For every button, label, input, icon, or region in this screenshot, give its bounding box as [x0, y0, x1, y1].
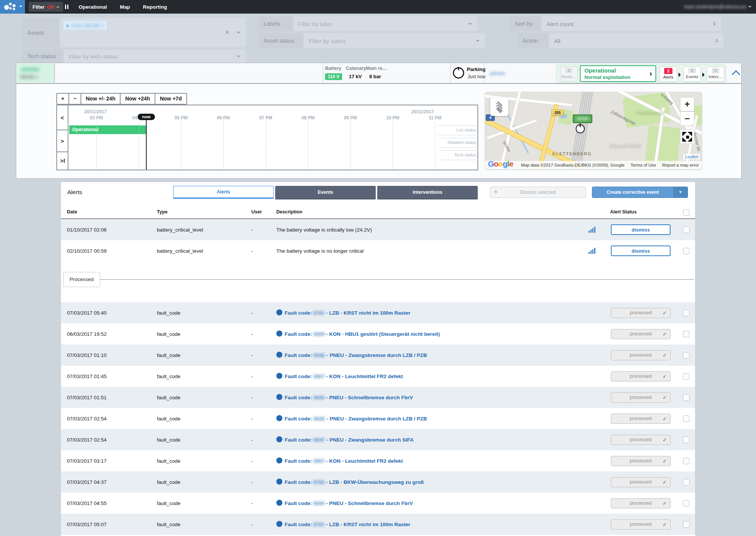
fault-code-link[interactable]: Fault code: 064E - PNEU - Zwangsbremse d… — [276, 415, 427, 422]
row-checkbox[interactable] — [683, 248, 689, 254]
timeline-forward-button[interactable]: > — [57, 130, 68, 152]
asset-location[interactable]: @Köln — [490, 71, 505, 76]
restrictions-box[interactable]: 0 Restri… — [560, 66, 578, 82]
fault-code-link[interactable]: Fault code: 0907 - KON - Leuchtmittel FR… — [276, 373, 403, 379]
processed-status-button[interactable]: processed ✓ — [611, 456, 671, 466]
fault-code-link[interactable]: Fault code: 0509 - KON - HBU1 gestört (S… — [276, 331, 440, 337]
col-date: Date — [67, 209, 77, 215]
timeline-skip-to-now-button[interactable]: > — [57, 152, 68, 169]
row-checkbox[interactable] — [683, 373, 689, 380]
dismiss-selected-button[interactable]: + Dismiss selected — [490, 187, 586, 198]
sort-by-select[interactable]: Alert count — [541, 16, 721, 31]
menu-operational[interactable]: Operational — [79, 4, 107, 10]
select-arrows-icon — [715, 37, 718, 44]
assets-filter-input[interactable]: x Class BR185 1 × — [60, 18, 246, 47]
row-checkbox[interactable] — [683, 500, 689, 507]
events-count-box[interactable]: 0 Events — [683, 66, 701, 82]
menu-reporting[interactable]: Reporting — [143, 4, 167, 10]
tab-interventions[interactable]: Interventions — [377, 186, 478, 199]
labels-filter-input[interactable]: Filter by label — [293, 16, 477, 31]
dropdown-caret-icon[interactable]: ▼ — [673, 187, 688, 198]
row-checkbox[interactable] — [683, 394, 689, 401]
alert-history-chart-icon[interactable] — [589, 227, 595, 233]
fault-code-link[interactable]: Fault code: 0907 - KON - Leuchtmittel FR… — [276, 457, 403, 464]
alerts-count-box[interactable]: 2 Alerts — [660, 66, 677, 82]
map-layers-button[interactable] — [490, 98, 508, 116]
timeline-range-7d-button[interactable]: Now +7d — [155, 94, 186, 104]
leaflet-link[interactable]: Leaflet — [683, 154, 700, 159]
fault-code-link[interactable]: Fault code: 8782 - LZB - BKW-Überwachung… — [276, 479, 424, 485]
processed-status-button[interactable]: processed ✓ — [611, 371, 671, 382]
row-checkbox[interactable] — [683, 331, 689, 337]
fault-code-link[interactable]: Fault code: 0640 - PNEU - Schnellbremse … — [276, 394, 413, 400]
tab-events[interactable]: Events — [275, 186, 376, 199]
fault-code-link[interactable]: Fault code: 064F - PNEU - Zwangsbremse d… — [276, 436, 414, 443]
fault-code-value: 0640 — [313, 500, 325, 506]
timeline-grid[interactable]: 20/11/2017 20/11/2017 Operational 03 PM0… — [69, 105, 478, 170]
map-fullscreen-button[interactable] — [680, 130, 694, 144]
tab-alerts[interactable]: Alerts — [173, 186, 274, 199]
operational-status-box[interactable]: Operational Normal exploitation › — [580, 65, 656, 82]
fault-code-link[interactable]: Fault code: 0640 - PNEU - Schnellbremse … — [276, 500, 413, 506]
collapse-chevron-icon[interactable] — [732, 70, 741, 79]
timeline-range-24h-button[interactable]: Now +/- 24h — [81, 94, 121, 104]
row-checkbox[interactable] — [683, 310, 689, 316]
chevron-down-icon[interactable] — [476, 40, 480, 44]
clear-filter-icon[interactable]: × — [225, 29, 229, 36]
row-checkbox[interactable] — [683, 352, 689, 358]
railnova-logo-icon[interactable] — [0, 0, 25, 14]
asset-status-filter-input[interactable]: Filter by status — [304, 33, 485, 48]
processed-status-button[interactable]: processed ✓ — [611, 477, 671, 487]
row-checkbox[interactable] — [683, 416, 689, 422]
tech-status-filter-input[interactable]: Filter by tech status — [64, 49, 246, 63]
chevron-down-icon[interactable] — [237, 56, 240, 59]
filter-toggle-button[interactable]: Filter ON — [29, 2, 63, 12]
map-zoom-in-button[interactable]: + — [680, 97, 694, 111]
chevron-down-icon[interactable] — [237, 32, 240, 36]
asset-name-box[interactable]: 185580 BR185 1 — [17, 63, 55, 83]
report-map-error-link[interactable]: Report a map error — [662, 163, 699, 167]
menu-map[interactable]: Map — [120, 4, 130, 10]
timeline-operational-bar[interactable]: Operational — [69, 125, 146, 134]
timeline-zoom-in-button[interactable]: + — [57, 94, 69, 104]
interventions-count-box[interactable]: 0 Interv… — [707, 66, 724, 82]
row-checkbox[interactable] — [683, 479, 689, 485]
processed-status-button[interactable]: processed ✓ — [611, 350, 671, 360]
processed-status-button[interactable]: processed ✓ — [611, 435, 671, 445]
map-zoom-out-button[interactable]: − — [680, 111, 694, 126]
user-menu[interactable]: kaat.vandevijver@railnova.eu — [685, 0, 751, 14]
create-corrective-event-button[interactable]: Create corrective event ▼ — [592, 187, 688, 198]
asset-summary-row[interactable]: 185580 BR185 1 Battery 110 V Catenary 17… — [16, 63, 741, 84]
timeline-zoom-out-button[interactable]: − — [69, 94, 81, 104]
processed-status-button[interactable]: processed ✓ — [611, 414, 671, 424]
processed-status-button[interactable]: processed ✓ — [611, 308, 671, 318]
chevron-down-icon[interactable] — [468, 23, 472, 27]
row-checkbox[interactable] — [683, 227, 689, 233]
chip-remove-icon[interactable]: x — [66, 23, 69, 28]
row-checkbox[interactable] — [683, 458, 689, 464]
row-checkbox[interactable] — [683, 521, 689, 528]
select-all-checkbox[interactable] — [683, 209, 689, 216]
dismiss-button[interactable]: dismiss — [611, 224, 671, 235]
row-checkbox[interactable] — [683, 437, 689, 443]
check-icon: ✓ — [663, 374, 667, 379]
fault-code-link[interactable]: Fault code: 064E - PNEU - Zwangsbremse d… — [276, 352, 427, 358]
action-select[interactable]: All — [549, 33, 723, 48]
alert-history-chart-icon[interactable] — [589, 248, 595, 254]
asset-chip[interactable]: x Class BR185 1 — [63, 20, 107, 30]
asset-map-marker[interactable]: 185580 — [573, 114, 592, 123]
terms-of-use-link[interactable]: Terms of Use — [631, 163, 656, 167]
fault-code-link[interactable]: Fault code: 8781 - LZB - KRST nicht im 1… — [276, 309, 410, 316]
asset-map[interactable]: 4 265 KLETTENBERG ZOLLSTOCK SULZ Vorgebi… — [485, 92, 702, 169]
timeline-range-plus24h-button[interactable]: Now +24h — [121, 94, 155, 104]
processed-status-button[interactable]: processed ✓ — [611, 498, 671, 508]
processed-status-button[interactable]: processed ✓ — [611, 519, 671, 530]
processed-status-button[interactable]: processed ✓ — [611, 329, 671, 339]
processed-status-button[interactable]: processed ✓ — [611, 392, 671, 403]
alert-type: fault_code — [157, 352, 180, 358]
fault-code-link[interactable]: Fault code: 8781 - LZB - KRST nicht im 1… — [276, 521, 410, 527]
alert-user: - — [251, 331, 253, 337]
timeline-back-button[interactable]: < — [57, 105, 68, 130]
pause-icon[interactable] — [65, 5, 68, 9]
dismiss-button[interactable]: dismiss — [611, 246, 671, 256]
